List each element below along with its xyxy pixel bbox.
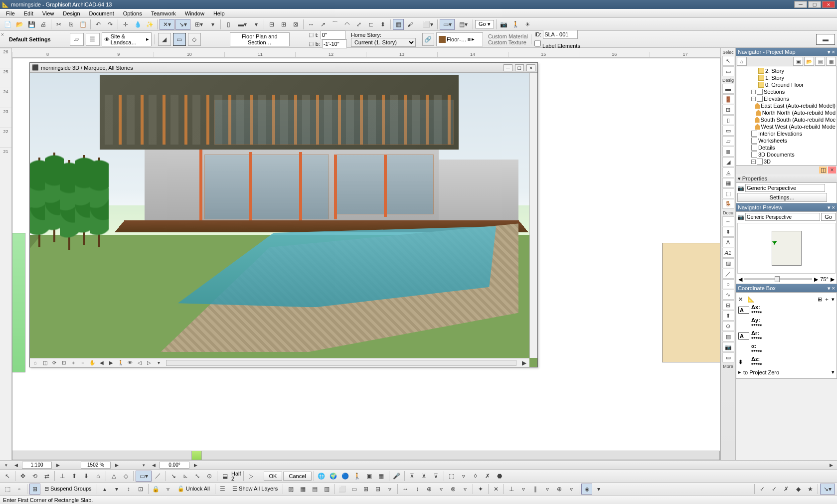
preview-go-button[interactable]: Go	[821, 213, 836, 221]
snap3b-icon[interactable]: ▿	[436, 484, 447, 495]
save-icon[interactable]: 💾	[26, 19, 37, 30]
play-icon[interactable]: ▷	[246, 471, 257, 482]
preview-close-icon[interactable]: ▾ ×	[828, 204, 835, 211]
canvas[interactable]: ⬛ morningside 3D / Marquee, All Stories …	[12, 58, 720, 460]
scroll-right-icon[interactable]: ▶	[518, 357, 529, 368]
window-icon[interactable]: ⊞	[722, 105, 734, 115]
sn6b-icon[interactable]: ▾	[593, 484, 604, 495]
cutplane-icon[interactable]: ▤▾	[456, 19, 471, 30]
u4-icon[interactable]: ✗	[482, 471, 493, 482]
menu-document[interactable]: Document	[85, 10, 118, 17]
tree-item[interactable]: East East (Auto-rebuild Model)	[737, 102, 836, 109]
slider-left-icon[interactable]: ◀	[738, 276, 742, 283]
final-icon[interactable]: ↘▾	[820, 484, 835, 495]
column-icon[interactable]: ▯	[722, 115, 734, 125]
measure2-icon[interactable]: ↗	[318, 19, 329, 30]
snap2-icon[interactable]: ↕	[412, 484, 423, 495]
t1-icon[interactable]: ⊼	[407, 471, 418, 482]
fillet-icon[interactable]: ⌒	[330, 19, 340, 30]
cursor-icon[interactable]: ↖	[2, 471, 13, 482]
marquee-filter-icon[interactable]: ▭▾	[440, 19, 455, 30]
trim-icon[interactable]: ⊟	[266, 19, 277, 30]
move-icon[interactable]: ✥	[17, 471, 28, 482]
close-button[interactable]: ×	[822, 1, 835, 8]
render-icon[interactable]: 🖌	[405, 19, 416, 30]
sn5b-icon[interactable]: ▿	[566, 484, 577, 495]
undo-icon[interactable]: ↶	[93, 19, 104, 30]
home-story-select[interactable]: Current (1. Story)	[351, 38, 416, 47]
ca1-icon[interactable]: ↘	[168, 471, 179, 482]
zoom-input[interactable]	[81, 462, 111, 469]
print-icon[interactable]: 🖨	[38, 19, 49, 30]
vm2-icon[interactable]: ▦	[297, 484, 308, 495]
u5-icon[interactable]: ⬣	[494, 471, 505, 482]
sn4-icon[interactable]: ∥	[530, 484, 541, 495]
minimize-button[interactable]: ─	[794, 1, 807, 8]
end-button[interactable]: ▬	[816, 34, 835, 45]
geom-1-icon[interactable]: ◢	[158, 33, 171, 46]
nav-opts-icon[interactable]: ▾	[154, 359, 163, 367]
marquee-tool-icon[interactable]: ▭	[722, 66, 734, 76]
tree-item[interactable]: Details	[737, 144, 836, 151]
nav-tab-1-icon[interactable]: ▣	[793, 57, 803, 66]
ca2-icon[interactable]: ⊾	[180, 471, 191, 482]
layer-icon[interactable]: ☰	[86, 33, 100, 46]
zoom-left-icon[interactable]: ◀	[12, 462, 20, 469]
sn3b-icon[interactable]: ▿	[518, 484, 529, 495]
sn6-icon[interactable]: ◈	[581, 484, 592, 495]
curtain-icon[interactable]: ▦	[722, 178, 734, 188]
eyedropper-icon[interactable]: 💧	[132, 19, 143, 30]
doc-scrollbar-h[interactable]	[166, 360, 516, 366]
tree-item[interactable]: West West (Auto-rebuild Mode	[737, 123, 836, 130]
nav-fit-icon[interactable]: ⊡	[59, 359, 68, 367]
coord-close-icon[interactable]: ▾ ×	[828, 285, 835, 292]
sn3-icon[interactable]: ⊥	[506, 484, 517, 495]
nav-tab-3-icon[interactable]: ▤	[815, 57, 825, 66]
tree-toggle-icon[interactable]: −	[751, 160, 756, 164]
ll2-icon[interactable]: ▫	[14, 484, 25, 495]
lr5-icon[interactable]: ▿	[163, 484, 173, 495]
ca4-icon[interactable]: ⊙	[204, 471, 215, 482]
arrow-tool-icon[interactable]: ↖	[722, 56, 734, 66]
paste-icon[interactable]: 📋	[77, 19, 88, 30]
chevron-down-icon[interactable]: ▾	[832, 369, 835, 375]
doc-scrollbar-v[interactable]	[529, 73, 537, 358]
chk3-icon[interactable]: ✗	[781, 484, 792, 495]
camera2-icon[interactable]: 📷	[722, 342, 734, 352]
t3-icon[interactable]: ⊽	[431, 471, 442, 482]
tab-blank[interactable]	[12, 451, 192, 460]
snap3-icon[interactable]: ⊕	[424, 484, 435, 495]
zoom-opts-icon[interactable]: ▾	[2, 462, 10, 469]
stair-icon[interactable]: ≣	[722, 147, 734, 157]
rotate-icon[interactable]: ⟲	[29, 471, 40, 482]
door-icon[interactable]: 🚪	[722, 94, 734, 104]
show-3d-icon[interactable]: ▦	[393, 19, 404, 30]
doc-close-button[interactable]: ×	[526, 64, 535, 71]
preview-name-input[interactable]	[745, 213, 820, 221]
id-input[interactable]	[543, 30, 578, 39]
wall-tool-icon[interactable]: ▯	[223, 19, 234, 30]
layer-combo[interactable]: 👁 Site & Landsca… ▸	[102, 32, 152, 46]
angle-right-icon[interactable]: ▶	[191, 462, 199, 469]
section-icon[interactable]: ⊟	[722, 300, 734, 310]
elev-icon[interactable]: ⬍	[377, 19, 388, 30]
nav-pan-icon[interactable]: ✋	[88, 359, 97, 367]
detail-icon[interactable]: ⊙	[722, 321, 734, 331]
walk-icon[interactable]: 🚶	[510, 19, 521, 30]
coord-plus-icon[interactable]: ＋	[824, 296, 830, 303]
menu-help[interactable]: Help	[209, 10, 229, 17]
menu-design[interactable]: Design	[59, 10, 84, 17]
grav-icon[interactable]: ⬇	[81, 471, 92, 482]
dim-icon[interactable]: ↔	[722, 216, 734, 226]
ll1-icon[interactable]: ⬚	[2, 484, 13, 495]
slider-right-icon[interactable]: ▶	[814, 276, 818, 283]
menu-file[interactable]: File	[2, 10, 19, 17]
nav-3d-icon[interactable]: ◫	[40, 359, 49, 367]
lock-icon[interactable]: 🔒	[151, 484, 162, 495]
elevation-icon[interactable]: ⬆	[722, 311, 734, 321]
split-icon[interactable]: ⊞	[278, 19, 289, 30]
vo2-icon[interactable]: ▭	[348, 484, 359, 495]
preview-canvas[interactable]: ➤	[737, 223, 836, 274]
tree-item[interactable]: 3D Documents	[737, 151, 836, 158]
proj-zero-label[interactable]: to Project Zero	[743, 369, 779, 375]
